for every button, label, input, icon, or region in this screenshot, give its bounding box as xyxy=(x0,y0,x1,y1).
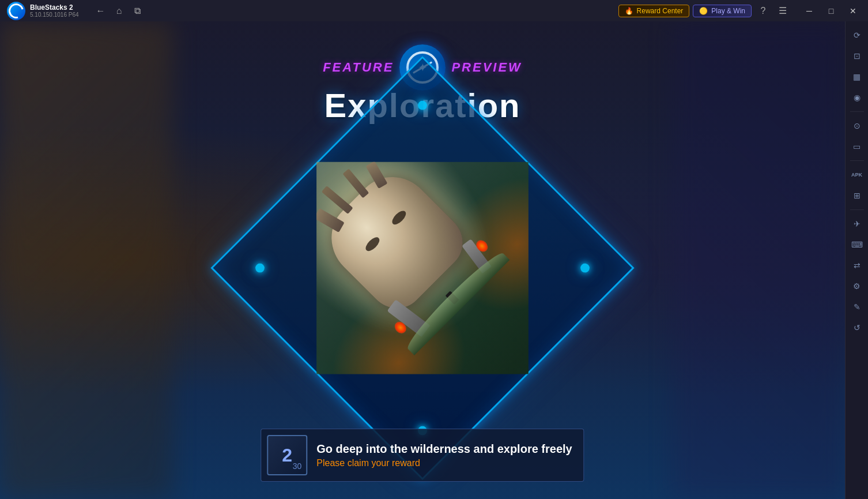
sidebar-swap-icon[interactable]: ⇄ xyxy=(848,256,866,275)
sidebar-keyboard-icon[interactable]: ⌨ xyxy=(848,235,866,254)
sidebar-settings-icon[interactable]: ⚙ xyxy=(848,277,866,295)
title-bar: BlueStacks 2 5.10.150.1016 P64 ← ⌂ ⧉ 🔥 R… xyxy=(0,0,868,21)
info-main-text: Go deep into the wilderness and explore … xyxy=(316,442,572,456)
sidebar-plane-icon[interactable]: ✈ xyxy=(848,215,866,233)
corner-top-glow xyxy=(418,101,427,110)
reward-center-button[interactable]: 🔥 Reward Center xyxy=(618,5,690,17)
sidebar-apk-icon[interactable]: APK xyxy=(848,166,866,184)
maximize-button[interactable]: □ xyxy=(821,0,841,21)
bg-blur-right xyxy=(672,21,845,499)
reward-number: 2 xyxy=(282,446,292,464)
sidebar-refresh-icon[interactable]: ↺ xyxy=(848,318,866,337)
sidebar-screenshot-icon[interactable]: ⊞ xyxy=(848,186,866,205)
tabs-button[interactable]: ⧉ xyxy=(130,3,146,19)
title-bar-left: BlueStacks 2 5.10.150.1016 P64 ← ⌂ ⧉ xyxy=(0,2,614,20)
title-bar-nav: ← ⌂ ⧉ xyxy=(93,3,146,19)
coin-icon: 🟡 xyxy=(699,7,708,15)
corner-left-glow xyxy=(255,264,265,273)
sidebar-folder-icon[interactable]: ▭ xyxy=(848,137,866,156)
window-controls: ─ □ ✕ xyxy=(799,0,863,21)
bg-blur-left xyxy=(0,21,173,499)
reward-center-label: Reward Center xyxy=(637,7,684,15)
app-version: 5.10.150.1016 P64 xyxy=(30,12,79,18)
play-win-label: Play & Win xyxy=(711,7,745,15)
info-card: 2 30 Go deep into the wilderness and exp… xyxy=(261,429,584,482)
sidebar-rotate-icon[interactable]: ⟳ xyxy=(848,26,866,44)
app-info: BlueStacks 2 5.10.150.1016 P64 xyxy=(30,3,79,18)
app-name: BlueStacks 2 xyxy=(30,3,79,12)
creature-eye-right xyxy=(390,209,408,227)
creature-eye-left xyxy=(363,235,382,254)
menu-button[interactable]: ☰ xyxy=(775,3,791,19)
home-button[interactable]: ⌂ xyxy=(111,3,127,19)
title-bar-right: 🔥 Reward Center 🟡 Play & Win ? ☰ ─ □ ✕ xyxy=(614,0,868,21)
sidebar-divider-3 xyxy=(850,209,864,210)
fire-icon: 🔥 xyxy=(625,7,633,15)
minimize-button[interactable]: ─ xyxy=(799,0,820,21)
sidebar-divider-2 xyxy=(850,160,864,161)
corner-right-glow xyxy=(580,264,590,273)
sidebar-video-icon[interactable]: ◉ xyxy=(848,88,866,107)
app-logo-icon xyxy=(7,2,25,20)
main-content: Feature Preview Exploration xyxy=(0,21,845,499)
sidebar-divider-1 xyxy=(850,111,864,112)
close-button[interactable]: ✕ xyxy=(843,0,863,21)
sidebar-calendar-icon[interactable]: ▦ xyxy=(848,67,866,86)
info-text: Go deep into the wilderness and explore … xyxy=(316,442,572,468)
play-win-button[interactable]: 🟡 Play & Win xyxy=(693,5,752,17)
sidebar-camera-icon[interactable]: ⊙ xyxy=(848,117,866,135)
sidebar-screen-icon[interactable]: ⊡ xyxy=(848,47,866,65)
reward-sub: 30 xyxy=(293,462,302,471)
reward-badge: 2 30 xyxy=(267,435,307,475)
info-sub-text: Please claim your reward xyxy=(316,458,572,468)
back-button[interactable]: ← xyxy=(93,3,109,19)
right-sidebar: ⟳ ⊡ ▦ ◉ ⊙ ▭ APK ⊞ ✈ ⌨ ⇄ ⚙ ✎ ↺ xyxy=(845,21,868,499)
help-button[interactable]: ? xyxy=(755,3,771,19)
sidebar-brush-icon[interactable]: ✎ xyxy=(848,298,866,316)
diamond-container xyxy=(227,72,618,464)
